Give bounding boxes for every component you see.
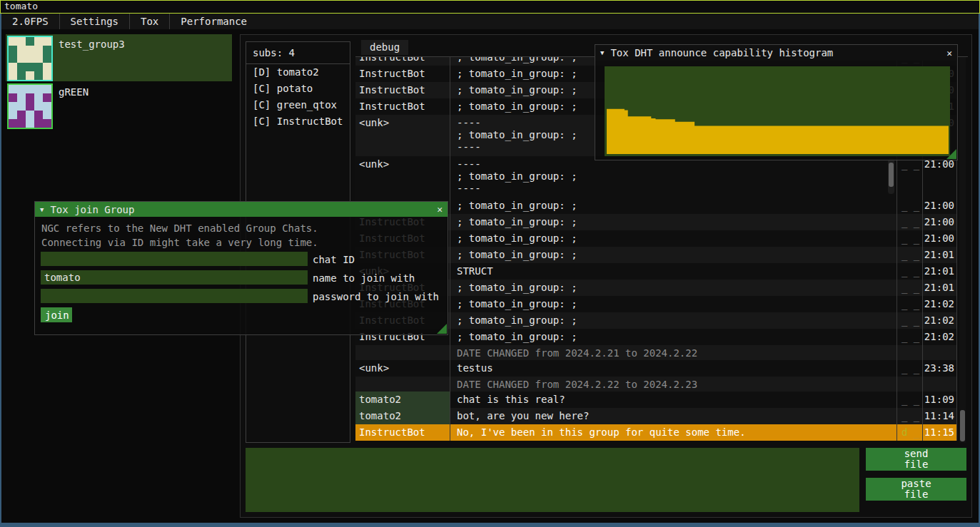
chat-row-sender: InstructBot <box>355 98 450 115</box>
chat-row-flags: _ _ <box>896 247 922 263</box>
chat-row-sender: tomato2 <box>355 408 450 424</box>
chat-row-sender <box>355 345 450 360</box>
message-line: ; tomato_in_group: ; <box>457 170 896 183</box>
join-button[interactable]: join <box>41 307 72 322</box>
chat-row-flags: _ _ <box>896 360 922 377</box>
join-group-window: ▼ Tox join Group ✕ NGC refers to the New… <box>34 201 448 335</box>
menu-performance[interactable]: Performance <box>170 14 258 29</box>
chat-row-message: DATE CHANGED from 2024.2.22 to 2024.2.23 <box>450 377 896 392</box>
chat-row-sender: InstructBot <box>355 82 450 98</box>
histogram-plot <box>605 66 950 156</box>
message-cell-scrollbar[interactable] <box>888 158 894 194</box>
dht-histogram-title: Tox DHT announce capability histogram <box>610 47 833 58</box>
chat-scrollbar[interactable] <box>959 57 966 443</box>
join-info-line-1: NGC refers to the New DHT enabled Group … <box>41 222 318 234</box>
chat-row[interactable]: DATE CHANGED from 2024.2.22 to 2024.2.23 <box>355 377 957 392</box>
chat-row-flags: _ _ <box>896 230 922 247</box>
chat-row-message: DATE CHANGED from 2024.2.21 to 2024.2.22 <box>450 345 896 360</box>
chat-row-timestamp: 21:00 <box>922 230 957 247</box>
chat-row-flags: _ _ <box>896 408 922 424</box>
chat-row-message: ; tomato_in_group: ; <box>450 198 896 214</box>
chat-row-flags <box>896 345 922 360</box>
tab-debug[interactable]: debug <box>361 40 408 55</box>
menu-tox[interactable]: Tox <box>130 14 169 29</box>
chat-row-sender: <unk> <box>355 115 450 156</box>
join-name-field[interactable] <box>41 270 308 285</box>
chat-row-flags: _ _ <box>896 312 922 329</box>
chat-row-timestamp: 11:14 <box>922 408 957 424</box>
window-border-left <box>0 14 1 527</box>
message-line: ---- <box>457 183 896 195</box>
chat-row-message: testus <box>450 360 896 377</box>
chat-row-message: ; tomato_in_group: ; <box>450 280 896 296</box>
chat-row-flags: _ _ <box>896 156 922 198</box>
subs-member-instructbot[interactable]: [C] InstructBot <box>246 113 350 130</box>
join-password-field[interactable] <box>41 289 308 303</box>
chat-row-sender: InstructBot <box>355 66 450 82</box>
join-group-titlebar[interactable]: ▼ Tox join Group ✕ <box>35 202 448 217</box>
window-title: tomato <box>4 1 38 11</box>
send-file-label-line2: file <box>870 459 962 470</box>
chat-row-flags: _ _ <box>896 392 922 408</box>
chat-row-flags: d _ <box>896 424 922 441</box>
chat-row[interactable]: DATE CHANGED from 2024.2.21 to 2024.2.22 <box>355 345 957 360</box>
message-cell-scrollbar-handle[interactable] <box>889 163 894 187</box>
message-input[interactable] <box>246 448 859 512</box>
chat-row[interactable]: InstructBotNo, I've been in this group f… <box>355 424 957 441</box>
chat-row-timestamp: 21:02 <box>922 329 957 345</box>
chat-row-timestamp: 21:00 <box>922 198 957 214</box>
subs-member-green-qtox[interactable]: [C] green_qtox <box>246 97 350 113</box>
fps-label: 2.0FPS <box>1 14 59 29</box>
chat-scrollbar-handle[interactable] <box>960 410 965 441</box>
chat-id-label: chat ID <box>313 254 355 265</box>
collapse-arrow-icon[interactable]: ▼ <box>40 206 44 213</box>
subs-member-tomato2[interactable]: [D] tomato2 <box>246 64 350 81</box>
resize-grip-icon[interactable] <box>946 149 956 159</box>
menu-settings[interactable]: Settings <box>60 14 129 29</box>
chat-row-timestamp: 21:00 <box>922 214 957 230</box>
paste-file-label-line1: paste <box>870 479 962 489</box>
chat-row-timestamp: 23:38 <box>922 360 957 377</box>
chat-row-timestamp <box>922 345 957 360</box>
join-name-label: name to join with <box>313 272 415 284</box>
collapse-arrow-icon[interactable]: ▼ <box>600 49 604 56</box>
group-name: test_group3 <box>59 39 125 50</box>
chat-row-sender: InstructBot <box>355 57 450 66</box>
chat-id-field[interactable] <box>41 252 308 266</box>
window-titlebar[interactable]: tomato <box>0 0 980 14</box>
sidebar-group-item[interactable]: test_group3 <box>6 34 232 81</box>
chat-row[interactable]: tomato2bot, are you new here?_ _11:14 <box>355 408 957 424</box>
join-group-title: Tox join Group <box>50 204 134 215</box>
chat-row-message: No, I've been in this group for quite so… <box>450 424 896 441</box>
dht-histogram-titlebar[interactable]: ▼ Tox DHT announce capability histogram … <box>595 45 957 61</box>
chat-row-flags <box>896 377 922 392</box>
resize-grip-icon[interactable] <box>437 324 447 334</box>
send-file-button[interactable]: send file <box>866 448 966 471</box>
paste-file-button[interactable]: paste file <box>866 478 966 501</box>
chat-row-message: ; tomato_in_group: ; <box>450 312 896 329</box>
chat-row-flags: _ _ <box>896 198 922 214</box>
join-info-line-2: Connecting via ID might take a very long… <box>41 237 318 248</box>
chat-row-sender: <unk> <box>355 156 450 198</box>
subs-count: subs: 4 <box>246 42 350 58</box>
close-icon[interactable]: ✕ <box>437 204 443 215</box>
group-name: gREEN <box>59 86 89 98</box>
chat-row-message: bot, are you new here? <box>450 408 896 424</box>
dht-histogram-window: ▼ Tox DHT announce capability histogram … <box>595 44 958 160</box>
chat-row-message: STRUCT <box>450 263 896 280</box>
chat-row[interactable]: tomato2chat is this real?_ _11:09 <box>355 392 957 408</box>
close-icon[interactable]: ✕ <box>946 48 952 58</box>
chat-row-timestamp: 21:01 <box>922 280 957 296</box>
chat-row-timestamp: 11:09 <box>922 392 957 408</box>
chat-row[interactable]: <unk>testus_ _23:38 <box>355 360 957 377</box>
chat-row-timestamp: 21:02 <box>922 312 957 329</box>
chat-row[interactable]: <unk>----; tomato_in_group: ;----_ _21:0… <box>355 156 957 198</box>
chat-row-message: ; tomato_in_group: ; <box>450 329 896 345</box>
subs-member-potato[interactable]: [C] potato <box>246 81 350 97</box>
chat-row-timestamp: 21:02 <box>922 296 957 312</box>
chat-row-message: chat is this real? <box>450 392 896 408</box>
app-window: tomato 2.0FPS Settings Tox Performance t… <box>0 0 980 527</box>
chat-row-flags: _ _ <box>896 280 922 296</box>
chat-row-timestamp: 21:00 <box>922 156 957 198</box>
sidebar-group-item[interactable]: gREEN <box>6 82 232 129</box>
